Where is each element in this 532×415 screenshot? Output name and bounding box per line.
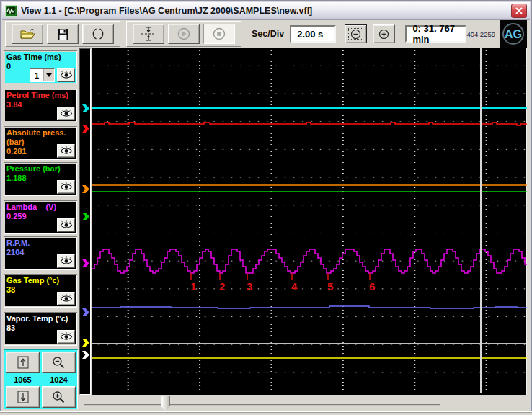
zoom-out-magnifier-icon — [52, 356, 66, 370]
ag-logo-text: AG — [505, 28, 522, 40]
scale-zoom-in-button[interactable] — [42, 386, 76, 408]
window-title: View 1.1 - [C:\Program Files\AG Centrum\… — [21, 6, 511, 16]
channel-select-dropdown[interactable]: 1 — [30, 68, 55, 82]
scale-left-value: 1065 — [6, 374, 40, 385]
marker-arrow-petrol-time[interactable] — [82, 125, 89, 133]
visibility-toggle-button[interactable] — [57, 180, 75, 194]
close-button[interactable] — [511, 4, 527, 18]
marker-arrow-gas-time[interactable] — [82, 104, 89, 112]
visibility-toggle-button[interactable] — [57, 292, 75, 305]
marker-arrow-gas-temp[interactable] — [82, 339, 89, 347]
play-button[interactable] — [168, 24, 200, 44]
stop-button[interactable] — [203, 24, 235, 44]
event-number-label: 2 — [219, 280, 225, 293]
ag-logo: AG — [500, 20, 527, 48]
scale-right-value: 1024 — [42, 374, 76, 385]
time-zoom-in-button[interactable] — [373, 24, 395, 43]
arrow-up-icon — [17, 356, 29, 369]
signal-traces: 123456 — [92, 48, 527, 393]
visibility-toggle-button[interactable] — [57, 254, 75, 268]
channel-sidebar: 1065 1024 Gas Time (ms)01Petrol T — [3, 47, 79, 412]
scale-zoom-out-button[interactable] — [42, 352, 76, 373]
channel-panel-r-p-m: R.P.M.2104 — [4, 236, 77, 270]
app-window: View 1.1 - [C:\Program Files\AG Centrum\… — [0, 0, 532, 415]
channel-panel-lambda-v: Lambda (V)0.259 — [4, 200, 77, 234]
circled-plus-icon — [378, 29, 389, 40]
channel-panel-pressure-bar: Pressure (bar)1.188 — [4, 162, 77, 196]
trace-lambda — [92, 249, 527, 273]
window-bottom-edge — [0, 411, 532, 415]
channel-panel-gas-time-ms: Gas Time (ms)01 — [4, 50, 77, 84]
center-traces-button[interactable] — [133, 24, 164, 44]
trace-rpm — [92, 306, 527, 308]
reload-button[interactable] — [82, 24, 114, 44]
time-position-display: 0: 31. 767 min — [405, 25, 466, 43]
channel-name: Petrol Time (ms) — [6, 91, 74, 100]
marker-arrow-vapor-temp[interactable] — [82, 351, 89, 359]
channel-name: Gas Time (ms) — [6, 53, 74, 62]
channel-name: Lambda (V) — [6, 202, 74, 212]
eye-icon — [60, 294, 73, 303]
folder-open-icon — [19, 28, 35, 40]
channel-select-value: 1 — [30, 69, 43, 81]
eye-icon — [60, 146, 73, 156]
center-traces-icon — [141, 27, 156, 41]
open-file-button[interactable] — [12, 24, 43, 44]
event-number-label: 6 — [369, 280, 375, 293]
reload-icon — [92, 27, 105, 40]
channel-panel-petrol-time-ms: Petrol Time (ms)3.84 — [4, 89, 77, 122]
eye-icon — [60, 71, 73, 80]
channel-name: Vapor. Temp (°c) — [6, 314, 74, 323]
save-file-button[interactable] — [47, 24, 79, 44]
zoom-in-magnifier-icon — [52, 391, 66, 404]
time-zoom-out-button[interactable] — [345, 24, 367, 43]
stop-icon — [213, 27, 226, 40]
oscilloscope-chart[interactable]: 123456 — [92, 48, 527, 395]
channel-panel-gas-temp-c: Gas Temp (°c)38 — [4, 274, 77, 308]
marker-arrow-pressure[interactable] — [82, 213, 89, 220]
circled-minus-icon — [350, 29, 361, 40]
event-number-label: 5 — [327, 280, 333, 293]
visibility-toggle-button[interactable] — [57, 68, 75, 82]
channel-name: R.P.M. — [6, 238, 74, 248]
trace-petrol-time — [92, 122, 527, 125]
eye-icon — [60, 332, 73, 342]
title-bar[interactable]: View 1.1 - [C:\Program Files\AG Centrum\… — [2, 2, 530, 20]
eye-icon — [60, 256, 73, 266]
floppy-disk-icon — [57, 28, 69, 40]
playback-button-group — [126, 21, 241, 47]
file-button-group — [5, 21, 120, 47]
channel-marker-strip — [79, 48, 91, 395]
move-down-button[interactable] — [6, 386, 40, 408]
close-icon — [515, 7, 523, 14]
channel-panel-vapor-temp-c: Vapor. Temp (°c)83 — [4, 312, 77, 346]
eye-icon — [60, 182, 73, 192]
marker-arrow-rpm[interactable] — [82, 308, 89, 316]
arrow-down-icon — [17, 391, 29, 403]
marker-arrow-absolute-press[interactable] — [82, 185, 89, 193]
scroll-thumb[interactable] — [161, 396, 170, 411]
event-number-label: 3 — [247, 280, 252, 293]
vertical-scale-panel: 1065 1024 — [4, 349, 78, 409]
serial-number: 404 2259 — [466, 30, 495, 38]
move-up-button[interactable] — [6, 352, 40, 373]
play-icon — [177, 27, 190, 40]
chevron-down-icon[interactable] — [43, 69, 54, 81]
channel-name: Gas Temp (°c) — [6, 276, 74, 285]
eye-icon — [60, 220, 73, 230]
sec-div-label: Sec/Div — [252, 29, 284, 39]
eye-icon — [60, 109, 73, 118]
event-number-label: 4 — [291, 280, 298, 293]
marker-arrow-lambda[interactable] — [82, 259, 89, 267]
main-toolbar: Sec/Div 2.00 s 0: 31. 767 min 404 2259 A… — [2, 20, 530, 48]
scroll-track[interactable] — [84, 404, 440, 406]
time-cursor-line[interactable] — [480, 48, 482, 393]
event-number-label: 1 — [190, 280, 196, 293]
waveform-app-icon[interactable] — [5, 5, 17, 17]
visibility-toggle-button[interactable] — [57, 218, 75, 232]
visibility-toggle-button[interactable] — [57, 107, 75, 120]
visibility-toggle-button[interactable] — [57, 330, 75, 344]
visibility-toggle-button[interactable] — [57, 144, 75, 158]
sec-div-value-field: 2.00 s — [290, 25, 336, 43]
channel-panel-absolute-press-bar: Absolute press. (bar)0.281 — [4, 126, 77, 160]
